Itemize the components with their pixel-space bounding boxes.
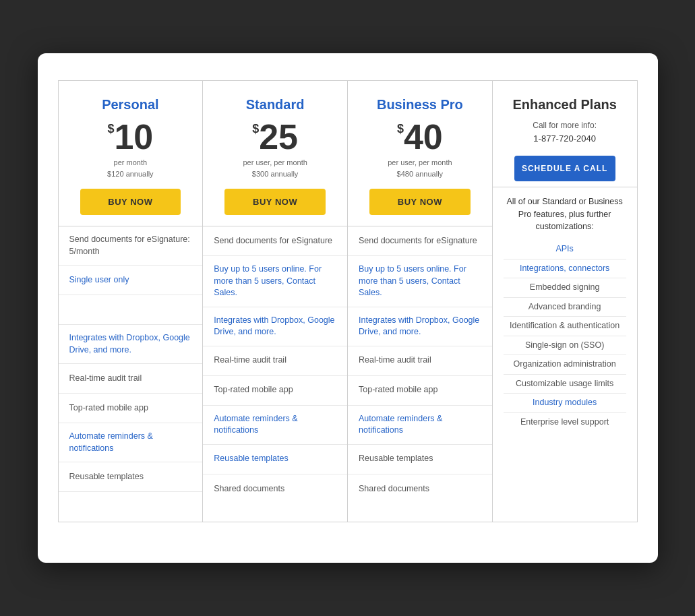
enhanced-feature-item: APIs — [504, 240, 626, 259]
plan-personal-features: Send documents for eSignature: 5/month S… — [59, 226, 203, 522]
plan-business-pro-price-note: per user, per month $480 annually — [359, 157, 481, 179]
plan-business-pro-header: Business Pro $ 40 per user, per month $4… — [348, 81, 492, 226]
enhanced-intro-text: All of our Standard or Business Pro feat… — [504, 195, 626, 233]
plan-personal-header: Personal $ 10 per month $120 annually BU… — [59, 81, 203, 226]
plan-enhanced: Enhanced Plans Call for more info: 1-877… — [493, 81, 637, 522]
plan-standard-header: Standard $ 25 per user, per month $300 a… — [203, 81, 347, 226]
enhanced-feature-item: Organization administration — [504, 355, 626, 375]
plan-enhanced-header: Enhanced Plans Call for more info: 1-877… — [493, 81, 637, 187]
plan-business-pro-price-container: $ 40 — [359, 119, 481, 154]
feature-item: Buy up to 5 users online. For more than … — [203, 256, 347, 307]
enhanced-feature-item: Identification & authentication — [504, 317, 626, 336]
plan-standard-buy-button[interactable]: BUY NOW — [224, 189, 326, 215]
feature-item: Send documents for eSignature — [348, 226, 492, 256]
feature-item: Send documents for eSignature — [203, 226, 347, 256]
plan-enhanced-name: Enhanced Plans — [504, 97, 626, 113]
plan-business-pro-features: Send documents for eSignature Buy up to … — [348, 226, 492, 522]
plan-personal-buy-button[interactable]: BUY NOW — [80, 189, 181, 215]
enhanced-feature-item: Embedded signing — [504, 278, 626, 298]
feature-item: Real-time audit trail — [59, 364, 203, 394]
plan-business-pro-buy-button[interactable]: BUY NOW — [369, 189, 471, 215]
plan-standard: Standard $ 25 per user, per month $300 a… — [203, 81, 348, 522]
plan-personal-amount: 10 — [114, 119, 153, 154]
enhanced-feature-item: Advanced branding — [504, 298, 626, 317]
plan-standard-name: Standard — [214, 97, 336, 113]
feature-item: Top-rated mobile app — [59, 394, 203, 423]
plan-business-pro: Business Pro $ 40 per user, per month $4… — [348, 81, 493, 522]
plan-business-pro-currency: $ — [397, 122, 404, 136]
feature-item-empty — [59, 492, 203, 522]
enhanced-feature-item: Enterprise level support — [504, 413, 626, 432]
feature-item: Shared documents — [203, 474, 347, 504]
feature-item: Real-time audit trail — [203, 346, 347, 376]
feature-item: Top-rated mobile app — [203, 376, 347, 406]
enhanced-feature-item: Integrations, connectors — [504, 259, 626, 279]
pricing-window: Personal $ 10 per month $120 annually BU… — [38, 53, 658, 563]
plan-business-pro-amount: 40 — [404, 119, 443, 154]
plan-standard-price-note: per user, per month $300 annually — [214, 157, 336, 179]
feature-item: Real-time audit trail — [348, 346, 492, 376]
feature-item: Reusable templates — [59, 462, 203, 492]
plan-standard-features: Send documents for eSignature Buy up to … — [203, 226, 347, 522]
feature-item: Automate reminders & notifications — [348, 406, 492, 445]
plan-personal: Personal $ 10 per month $120 annually BU… — [59, 81, 204, 522]
plan-standard-price-container: $ 25 — [214, 119, 336, 154]
feature-item-empty — [59, 295, 203, 325]
plan-personal-price-container: $ 10 — [69, 119, 192, 154]
feature-item: Integrates with Dropbox, Google Drive, a… — [59, 325, 203, 364]
feature-item: Top-rated mobile app — [348, 376, 492, 406]
plan-enhanced-call-info: Call for more info: 1-877-720-2040 — [504, 119, 626, 146]
feature-item: Buy up to 5 users online. For more than … — [348, 256, 492, 307]
feature-item: Shared documents — [348, 474, 492, 504]
feature-item: Automate reminders & notifications — [203, 406, 347, 445]
plan-personal-price-note: per month $120 annually — [69, 157, 192, 179]
plans-container: Personal $ 10 per month $120 annually BU… — [58, 80, 638, 522]
feature-item: Reusable templates — [348, 445, 492, 474]
enhanced-feature-item: Industry modules — [504, 394, 626, 413]
plan-personal-name: Personal — [69, 97, 192, 113]
plan-business-pro-name: Business Pro — [359, 97, 481, 113]
enhanced-feature-item: Single-sign on (SSO) — [504, 336, 626, 356]
enhanced-feature-item: Customizable usage limits — [504, 375, 626, 394]
plan-standard-amount: 25 — [259, 119, 298, 154]
plan-enhanced-features: All of our Standard or Business Pro feat… — [493, 187, 637, 439]
plan-standard-currency: $ — [252, 122, 259, 136]
feature-item: Integrates with Dropbox, Google Drive, a… — [348, 307, 492, 346]
feature-item: Reusable templates — [203, 445, 347, 474]
plan-personal-currency: $ — [107, 122, 114, 136]
feature-item: Integrates with Dropbox, Google Drive, a… — [203, 307, 347, 346]
feature-item: Send documents for eSignature: 5/month — [59, 226, 203, 266]
feature-item: Single user only — [59, 266, 203, 295]
feature-item: Automate reminders & notifications — [59, 423, 203, 462]
plan-enhanced-schedule-button[interactable]: SCHEDULE A CALL — [514, 156, 615, 181]
